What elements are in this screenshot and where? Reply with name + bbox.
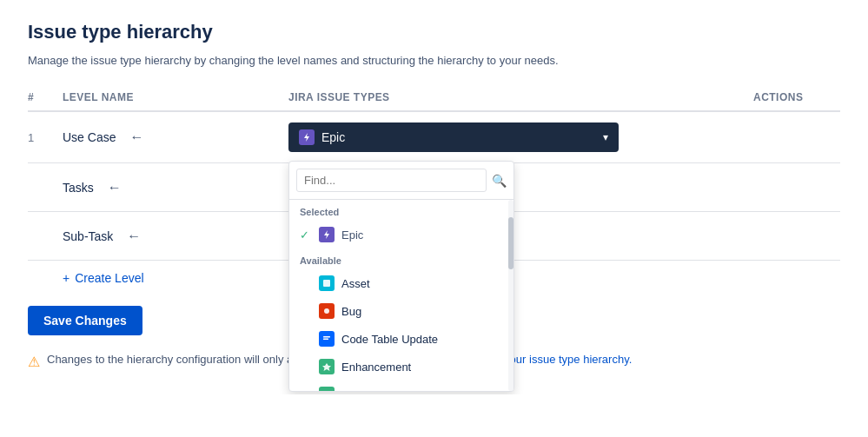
asset-label: Asset — [341, 277, 370, 290]
dropdown-item-asset[interactable]: ✓ Asset — [289, 269, 514, 297]
dropdown-trigger-left: Epic — [299, 129, 345, 145]
enhancement-label: Enhancement — [341, 361, 411, 374]
dropdown-selected-label: Epic — [321, 130, 345, 144]
scrollbar-track[interactable] — [508, 200, 514, 391]
enhancement-icon — [319, 359, 335, 374]
dropdown-item-code-table-update[interactable]: ✓ Code Table Update — [289, 325, 514, 353]
arrow-left-icon: ← — [129, 129, 143, 145]
search-button[interactable]: 🔍 — [492, 174, 507, 188]
dropdown-scroll-content: Selected ✓ Epic Available ✓ — [289, 200, 514, 391]
col-header-actions: Actions — [753, 91, 840, 103]
dropdown-search-row: 🔍 — [289, 162, 514, 200]
dropdown-item-bug[interactable]: ✓ Bug — [289, 297, 514, 325]
ctu-svg — [321, 334, 332, 344]
scrollbar-thumb[interactable] — [508, 217, 514, 269]
enh-svg — [321, 361, 332, 372]
svg-rect-4 — [323, 336, 330, 338]
row-level-name-col-3: Sub-Task ← — [63, 228, 288, 244]
row-name-subtask: Sub-Task — [63, 229, 113, 243]
dropdown-item-epic-selected[interactable]: ✓ Epic — [289, 221, 514, 248]
svg-marker-0 — [304, 133, 309, 142]
available-section-label: Available — [289, 248, 514, 269]
bug-svg — [321, 306, 332, 316]
svg-marker-1 — [324, 230, 329, 239]
svg-marker-6 — [322, 363, 331, 371]
search-icon: 🔍 — [492, 174, 507, 188]
svg-rect-2 — [323, 280, 330, 287]
create-level-label: Create Level — [75, 271, 143, 285]
col-header-level-name: Level Name — [63, 91, 288, 103]
code-table-update-label: Code Table Update — [341, 333, 438, 346]
search-input[interactable] — [296, 169, 487, 192]
bug-icon — [319, 303, 335, 319]
check-spacer: ✓ — [300, 277, 312, 290]
bug-label: Bug — [341, 305, 361, 318]
page-title: Issue type hierarchy — [28, 21, 840, 43]
arrow-left-icon-3: ← — [127, 228, 141, 244]
jira-types-cell: Epic ▾ 🔍 Selected ✓ — [288, 122, 753, 152]
check-spacer-3: ✓ — [300, 333, 312, 346]
page-description: Manage the issue type hierarchy by chang… — [28, 54, 840, 67]
epic-selected-label: Epic — [341, 228, 363, 242]
table-header: # Level Name Jira Issue Types Actions — [28, 91, 840, 112]
svg-point-3 — [324, 308, 329, 314]
row-name: Use Case — [63, 130, 116, 144]
table-row: 1 Use Case ← Epic ▾ — [28, 112, 840, 163]
asset-icon — [319, 275, 335, 291]
code-table-update-icon — [319, 331, 335, 347]
check-icon: ✓ — [300, 228, 312, 242]
dropdown-panel: 🔍 Selected ✓ Epic — [288, 161, 514, 392]
improvement-label: Improvement — [341, 388, 407, 392]
check-spacer-5: ✓ — [300, 388, 312, 392]
check-spacer-4: ✓ — [300, 361, 312, 374]
chevron-down-icon: ▾ — [603, 131, 608, 143]
col-header-jira-types: Jira Issue Types — [288, 91, 753, 103]
plus-icon: + — [63, 271, 70, 285]
lightning-svg-sm — [321, 229, 332, 240]
row-level-name-col-2: Tasks ← — [63, 180, 288, 195]
epic-dropdown-trigger[interactable]: Epic ▾ — [288, 122, 619, 152]
lightning-svg — [301, 132, 312, 142]
col-header-number: # — [28, 91, 63, 103]
page-container: Issue type hierarchy Manage the issue ty… — [0, 0, 868, 394]
svg-rect-5 — [323, 339, 328, 341]
epic-icon — [299, 129, 315, 145]
check-spacer-2: ✓ — [300, 305, 312, 318]
dropdown-item-improvement[interactable]: ✓ Improvement — [289, 381, 514, 391]
save-changes-button[interactable]: Save Changes — [28, 306, 142, 335]
row-name-tasks: Tasks — [63, 181, 94, 195]
selected-section-label: Selected — [289, 200, 514, 221]
asset-svg — [321, 278, 332, 288]
epic-selected-icon — [319, 227, 335, 242]
improvement-icon — [319, 387, 335, 391]
imp-svg — [321, 389, 332, 391]
row-level-name-col: Use Case ← — [63, 129, 288, 145]
dropdown-item-enhancement[interactable]: ✓ Enhancement — [289, 353, 514, 381]
row-number: 1 — [28, 131, 63, 144]
warning-icon: ⚠ — [28, 354, 40, 370]
arrow-left-icon-2: ← — [108, 180, 122, 195]
